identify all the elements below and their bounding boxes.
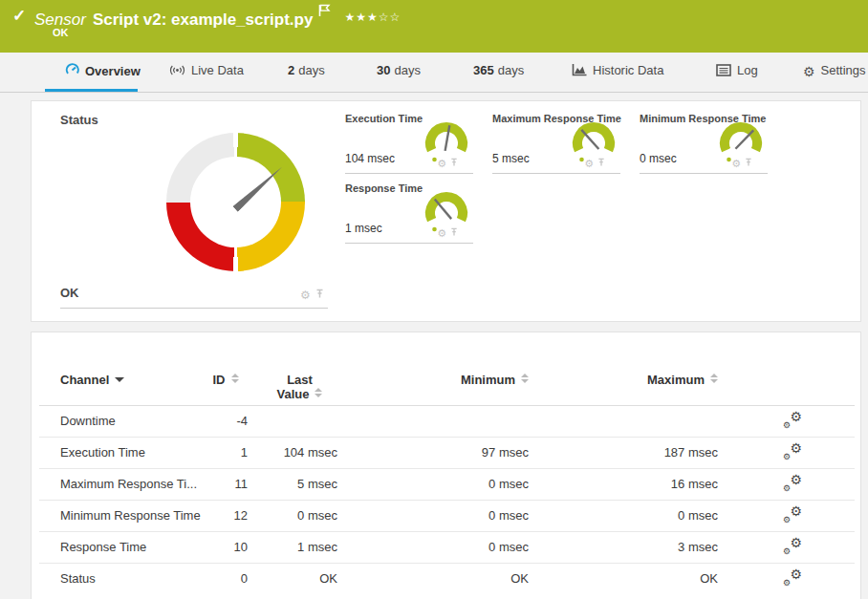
channel-name[interactable]: Response Time	[39, 531, 202, 563]
gear-icon: ⚙	[803, 64, 815, 79]
channels-table: Channel ID LastValue Minimum Maximum Dow…	[39, 355, 855, 594]
tab-settings-label: Settings	[821, 63, 866, 77]
column-maximum-label: Maximum	[647, 373, 705, 387]
panel-pin-icon[interactable]	[597, 158, 605, 169]
gauge-value: 0 msec	[640, 152, 677, 165]
column-last-value[interactable]: LastValue	[250, 355, 350, 405]
tab-30-days-label: days	[394, 63, 420, 77]
gauge-minimum-response-time: Minimum Response Time 0 msec ⚙	[640, 113, 768, 174]
channel-minimum: 0 msec	[350, 500, 541, 531]
sort-desc-icon	[115, 377, 124, 382]
channel-minimum: 97 msec	[350, 437, 541, 468]
table-row: Response Time 10 1 msec 0 msec 3 msec ⚙⚙	[39, 531, 855, 563]
panel-gear-icon[interactable]: ⚙	[300, 289, 311, 302]
sort-icon	[521, 374, 529, 383]
channel-name[interactable]: Status	[39, 563, 202, 594]
panel-pin-icon[interactable]	[315, 289, 324, 302]
channel-settings-icon[interactable]: ⚙⚙	[783, 537, 802, 554]
channels-panel: Channel ID LastValue Minimum Maximum Dow…	[31, 332, 861, 599]
channel-maximum: 16 msec	[541, 468, 730, 500]
column-minimum[interactable]: Minimum	[350, 355, 541, 405]
column-id[interactable]: ID	[202, 355, 250, 405]
tab-365-days[interactable]: 365days	[473, 63, 524, 77]
tab-live-data[interactable]: Live Data	[169, 63, 244, 79]
column-maximum[interactable]: Maximum	[541, 355, 730, 405]
sensor-status-text: OK	[53, 27, 69, 38]
tab-2-days-number: 2	[288, 63, 294, 77]
tab-2-days-label: days	[298, 63, 324, 77]
tab-2-days[interactable]: 2days	[288, 63, 325, 77]
channel-last-value: 104 msec	[250, 437, 350, 468]
tab-30-days[interactable]: 30days	[377, 63, 421, 77]
stars-filled: ★★★	[344, 11, 378, 24]
channel-name[interactable]: Downtime	[39, 405, 202, 437]
channel-settings-icon[interactable]: ⚙⚙	[783, 474, 802, 491]
status-divider	[60, 308, 328, 309]
channel-id: -4	[202, 405, 250, 437]
tab-overview-label: Overview	[85, 64, 141, 78]
gauge-value: 104 msec	[345, 152, 395, 165]
sort-icon	[315, 388, 322, 397]
tab-365-days-number: 365	[473, 63, 494, 77]
panel-pin-icon[interactable]	[450, 227, 458, 239]
status-check-icon: ✓	[12, 6, 26, 26]
channel-name[interactable]: Minimum Response Time	[39, 500, 202, 531]
column-value-label: Value	[277, 387, 310, 401]
priority-stars[interactable]: ★★★☆☆	[344, 11, 401, 24]
panel-gear-icon[interactable]: ⚙	[731, 158, 741, 169]
panel-pin-icon[interactable]	[450, 158, 458, 169]
channel-name[interactable]: Maximum Response Ti...	[39, 468, 202, 500]
channel-minimum: 0 msec	[350, 468, 541, 500]
tab-settings[interactable]: ⚙Settings	[803, 63, 866, 79]
flag-icon[interactable]	[318, 4, 331, 21]
gauge-controls: ⚙	[731, 158, 752, 170]
channel-last-value: 5 msec	[250, 468, 350, 500]
column-channel-label: Channel	[60, 373, 109, 387]
tab-overview[interactable]: Overview	[65, 63, 141, 80]
channel-id: 0	[202, 563, 250, 594]
log-list-icon	[716, 64, 731, 79]
panel-pin-icon[interactable]	[745, 158, 752, 169]
channel-last-value: 1 msec	[250, 531, 350, 563]
channel-settings-icon[interactable]: ⚙⚙	[783, 411, 802, 428]
channel-settings-icon[interactable]: ⚙⚙	[783, 568, 802, 586]
table-header-row: Channel ID LastValue Minimum Maximum	[39, 355, 855, 405]
column-minimum-label: Minimum	[461, 373, 515, 387]
status-panel: Status OK ⚙ Execution Time 104 msec ⚙ Ma…	[31, 100, 861, 322]
channel-id: 1	[202, 437, 250, 468]
sort-icon	[231, 374, 239, 383]
gauge-response-time: Response Time 1 msec ⚙	[345, 182, 473, 244]
table-row: Status 0 OK OK OK ⚙⚙	[39, 563, 855, 594]
channel-maximum: 3 msec	[541, 531, 730, 563]
table-row: Downtime -4 ⚙⚙	[39, 405, 855, 437]
gauge-controls: ⚙	[584, 158, 605, 170]
column-channel[interactable]: Channel	[39, 355, 202, 405]
channel-last-value: OK	[250, 563, 350, 594]
channel-maximum: 0 msec	[541, 500, 730, 531]
historic-chart-icon	[572, 63, 587, 79]
tab-log[interactable]: Log	[716, 63, 758, 79]
live-signal-icon	[169, 64, 185, 79]
gauge-controls: ⚙	[437, 227, 458, 240]
table-row: Execution Time 1 104 msec 97 msec 187 ms…	[39, 437, 855, 468]
channel-settings-icon[interactable]: ⚙⚙	[783, 505, 802, 523]
channel-minimum: 0 msec	[350, 531, 541, 563]
table-row: Minimum Response Time 12 0 msec 0 msec 0…	[39, 500, 855, 531]
status-donut-gauge	[166, 133, 305, 271]
channel-name[interactable]: Execution Time	[39, 437, 202, 468]
tab-bar: Overview Live Data 2days 30days 365days …	[0, 53, 868, 93]
channel-maximum: 187 msec	[541, 437, 730, 468]
stars-empty: ☆☆	[379, 11, 401, 24]
channel-settings-icon[interactable]: ⚙⚙	[783, 442, 802, 460]
gauge-value: 1 msec	[345, 222, 382, 235]
active-tab-underline	[45, 89, 138, 92]
sensor-page: ✓ SensorScript v2: example_script.py★★★☆…	[0, 0, 868, 599]
tab-live-data-label: Live Data	[191, 63, 244, 77]
panel-gear-icon[interactable]: ⚙	[437, 158, 446, 169]
tab-historic-data[interactable]: Historic Data	[572, 63, 663, 79]
column-actions	[730, 355, 855, 405]
panel-gear-icon[interactable]: ⚙	[584, 158, 594, 169]
gauge-maximum-response-time: Maximum Response Time 5 msec ⚙	[492, 113, 620, 174]
panel-gear-icon[interactable]: ⚙	[437, 227, 446, 239]
channel-minimum: OK	[350, 563, 541, 594]
